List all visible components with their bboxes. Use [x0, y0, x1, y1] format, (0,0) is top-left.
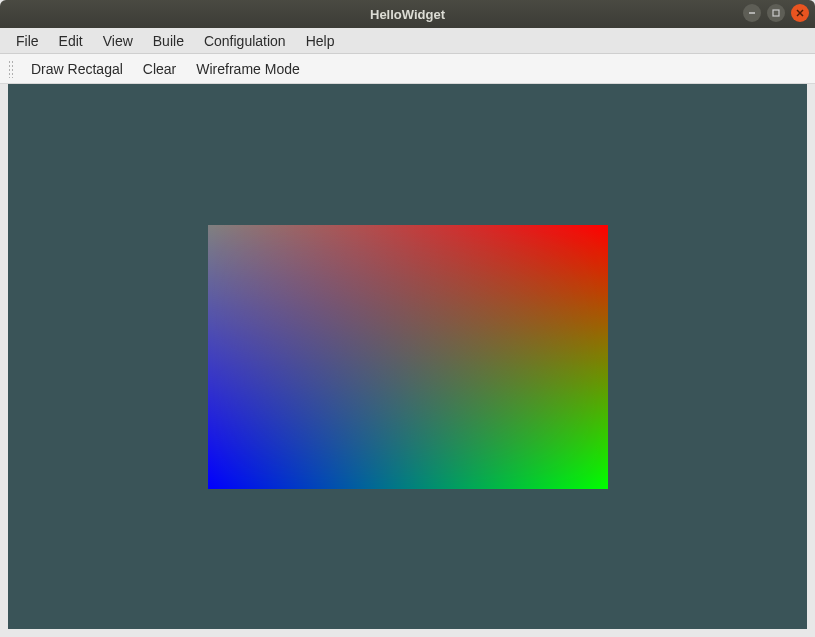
- canvas-viewport[interactable]: [8, 84, 807, 629]
- svg-rect-6: [208, 225, 608, 489]
- svg-rect-1: [773, 10, 779, 16]
- menubar: File Edit View Buile Configulation Help: [0, 28, 815, 54]
- close-button[interactable]: [791, 4, 809, 22]
- minimize-icon: [747, 8, 757, 18]
- maximize-icon: [771, 8, 781, 18]
- toolbar-handle[interactable]: [8, 60, 15, 78]
- minimize-button[interactable]: [743, 4, 761, 22]
- maximize-button[interactable]: [767, 4, 785, 22]
- action-draw-rectagal[interactable]: Draw Rectagal: [21, 59, 133, 79]
- gradient-svg: [208, 225, 608, 489]
- menu-buile[interactable]: Buile: [143, 31, 194, 51]
- window-controls: [743, 4, 809, 22]
- action-wireframe-mode[interactable]: Wireframe Mode: [186, 59, 309, 79]
- toolbar: Draw Rectagal Clear Wireframe Mode: [0, 54, 815, 84]
- app-window: HelloWidget File Edit View Buile Configu…: [0, 0, 815, 637]
- menu-edit[interactable]: Edit: [49, 31, 93, 51]
- menu-configulation[interactable]: Configulation: [194, 31, 296, 51]
- gradient-rectangle: [208, 225, 608, 489]
- action-clear[interactable]: Clear: [133, 59, 186, 79]
- window-title: HelloWidget: [370, 7, 445, 22]
- close-icon: [795, 8, 805, 18]
- titlebar[interactable]: HelloWidget: [0, 0, 815, 28]
- menu-file[interactable]: File: [6, 31, 49, 51]
- menu-help[interactable]: Help: [296, 31, 345, 51]
- menu-view[interactable]: View: [93, 31, 143, 51]
